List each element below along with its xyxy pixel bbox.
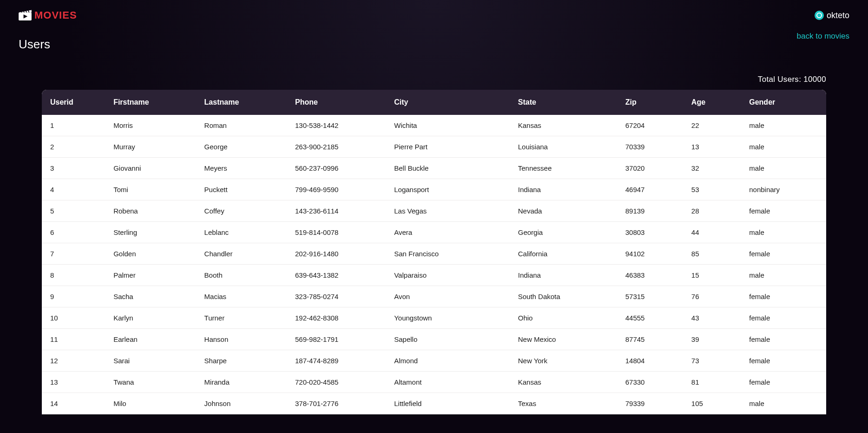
cell-city: Logansport bbox=[388, 179, 513, 200]
cell-city: Pierre Part bbox=[388, 136, 513, 158]
cell-lastname: Leblanc bbox=[199, 222, 289, 243]
col-firstname: Firstname bbox=[108, 90, 198, 115]
cell-userid: 8 bbox=[42, 265, 108, 286]
cell-gender: male bbox=[743, 158, 826, 179]
cell-userid: 5 bbox=[42, 200, 108, 222]
cell-userid: 7 bbox=[42, 243, 108, 265]
cell-age: 44 bbox=[686, 222, 743, 243]
cell-userid: 14 bbox=[42, 393, 108, 414]
cell-lastname: Booth bbox=[199, 265, 289, 286]
cell-state: Louisiana bbox=[513, 136, 620, 158]
cell-city: Altamont bbox=[388, 372, 513, 393]
cell-gender: female bbox=[743, 243, 826, 265]
cell-firstname: Twana bbox=[108, 372, 198, 393]
cell-zip: 94102 bbox=[620, 243, 686, 265]
cell-zip: 79339 bbox=[620, 393, 686, 414]
cell-city: San Francisco bbox=[388, 243, 513, 265]
cell-zip: 67330 bbox=[620, 372, 686, 393]
cell-firstname: Murray bbox=[108, 136, 198, 158]
cell-zip: 89139 bbox=[620, 200, 686, 222]
cell-age: 85 bbox=[686, 243, 743, 265]
cell-age: 76 bbox=[686, 286, 743, 307]
cell-firstname: Robena bbox=[108, 200, 198, 222]
content: Total Users: 10000 Userid Firstname Last… bbox=[0, 56, 868, 414]
cell-state: Tennessee bbox=[513, 158, 620, 179]
table-row: 10KarlynTurner192-462-8308YoungstownOhio… bbox=[42, 307, 826, 329]
cell-city: Littlefield bbox=[388, 393, 513, 414]
cell-firstname: Golden bbox=[108, 243, 198, 265]
okteto-logo[interactable]: okteto bbox=[815, 11, 849, 20]
cell-phone: 720-020-4585 bbox=[289, 372, 388, 393]
cell-city: Wichita bbox=[388, 115, 513, 136]
cell-userid: 11 bbox=[42, 329, 108, 350]
cell-firstname: Sterling bbox=[108, 222, 198, 243]
cell-lastname: Johnson bbox=[199, 393, 289, 414]
app-logo[interactable]: MOVIES bbox=[19, 8, 77, 22]
cell-zip: 30803 bbox=[620, 222, 686, 243]
cell-userid: 3 bbox=[42, 158, 108, 179]
cell-city: Sapello bbox=[388, 329, 513, 350]
cell-state: California bbox=[513, 243, 620, 265]
cell-phone: 799-469-9590 bbox=[289, 179, 388, 200]
cell-phone: 569-982-1791 bbox=[289, 329, 388, 350]
cell-phone: 202-916-1480 bbox=[289, 243, 388, 265]
col-lastname: Lastname bbox=[199, 90, 289, 115]
cell-state: Georgia bbox=[513, 222, 620, 243]
cell-state: Kansas bbox=[513, 115, 620, 136]
cell-lastname: Macias bbox=[199, 286, 289, 307]
cell-firstname: Earlean bbox=[108, 329, 198, 350]
cell-phone: 519-814-0078 bbox=[289, 222, 388, 243]
cell-age: 105 bbox=[686, 393, 743, 414]
cell-lastname: Sharpe bbox=[199, 350, 289, 372]
cell-zip: 44555 bbox=[620, 307, 686, 329]
table-row: 7GoldenChandler202-916-1480San Francisco… bbox=[42, 243, 826, 265]
back-to-movies-link[interactable]: back to movies bbox=[797, 32, 849, 41]
table-row: 11EarleanHanson569-982-1791SapelloNew Me… bbox=[42, 329, 826, 350]
cell-phone: 639-643-1382 bbox=[289, 265, 388, 286]
cell-state: Texas bbox=[513, 393, 620, 414]
cell-gender: male bbox=[743, 136, 826, 158]
col-city: City bbox=[388, 90, 513, 115]
table-row: 5RobenaCoffey143-236-6114Las VegasNevada… bbox=[42, 200, 826, 222]
cell-firstname: Giovanni bbox=[108, 158, 198, 179]
cell-firstname: Milo bbox=[108, 393, 198, 414]
cell-zip: 46383 bbox=[620, 265, 686, 286]
cell-lastname: Miranda bbox=[199, 372, 289, 393]
svg-point-2 bbox=[817, 13, 822, 18]
cell-lastname: Roman bbox=[199, 115, 289, 136]
cell-userid: 2 bbox=[42, 136, 108, 158]
cell-phone: 378-701-2776 bbox=[289, 393, 388, 414]
cell-lastname: Chandler bbox=[199, 243, 289, 265]
cell-age: 73 bbox=[686, 350, 743, 372]
cell-state: Ohio bbox=[513, 307, 620, 329]
cell-firstname: Tomi bbox=[108, 179, 198, 200]
cell-city: Las Vegas bbox=[388, 200, 513, 222]
cell-age: 43 bbox=[686, 307, 743, 329]
cell-age: 81 bbox=[686, 372, 743, 393]
cell-userid: 10 bbox=[42, 307, 108, 329]
cell-phone: 560-237-0996 bbox=[289, 158, 388, 179]
cell-zip: 70339 bbox=[620, 136, 686, 158]
cell-phone: 143-236-6114 bbox=[289, 200, 388, 222]
cell-phone: 130-538-1442 bbox=[289, 115, 388, 136]
cell-gender: female bbox=[743, 307, 826, 329]
cell-zip: 46947 bbox=[620, 179, 686, 200]
cell-state: New Mexico bbox=[513, 329, 620, 350]
cell-age: 39 bbox=[686, 329, 743, 350]
table-row: 6SterlingLeblanc519-814-0078AveraGeorgia… bbox=[42, 222, 826, 243]
cell-age: 15 bbox=[686, 265, 743, 286]
cell-zip: 37020 bbox=[620, 158, 686, 179]
cell-userid: 1 bbox=[42, 115, 108, 136]
users-table-wrap: Userid Firstname Lastname Phone City Sta… bbox=[42, 90, 826, 414]
cell-gender: male bbox=[743, 393, 826, 414]
cell-lastname: Coffey bbox=[199, 200, 289, 222]
cell-phone: 263-900-2185 bbox=[289, 136, 388, 158]
col-zip: Zip bbox=[620, 90, 686, 115]
cell-gender: male bbox=[743, 115, 826, 136]
cell-phone: 323-785-0274 bbox=[289, 286, 388, 307]
cell-userid: 9 bbox=[42, 286, 108, 307]
cell-gender: male bbox=[743, 265, 826, 286]
table-row: 12SaraiSharpe187-474-8289AlmondNew York1… bbox=[42, 350, 826, 372]
cell-age: 22 bbox=[686, 115, 743, 136]
cell-state: New York bbox=[513, 350, 620, 372]
